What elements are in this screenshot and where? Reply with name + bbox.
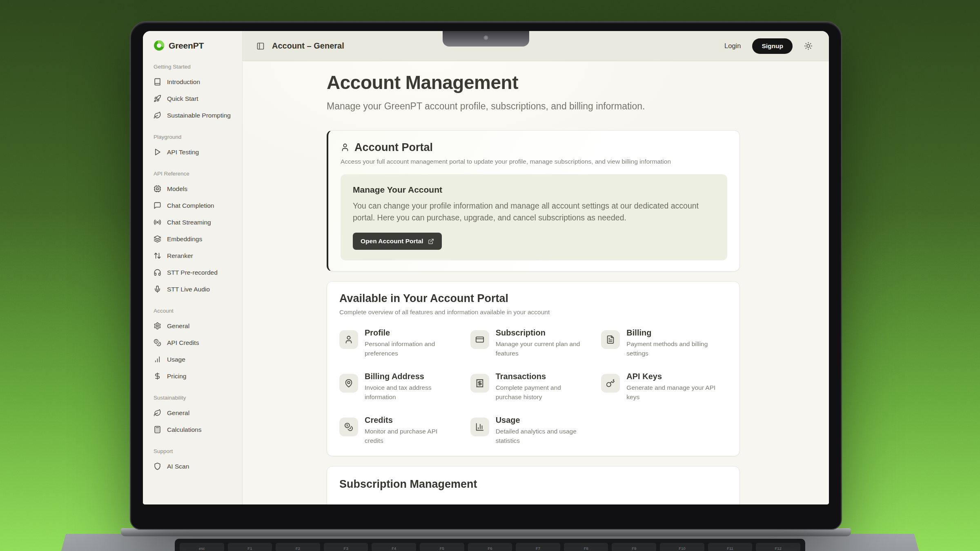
sidebar-item-ai-scan[interactable]: AI Scan (149, 458, 236, 475)
sidebar-item-label: AI Scan (167, 463, 189, 470)
receipt-icon (475, 379, 484, 388)
keyboard-key: F11 (708, 543, 753, 551)
map-pin-icon (344, 379, 353, 388)
laptop-keyboard: escF1F2F3F4F5F6F7F8F9F10F11F12 tabQWERTY… (175, 539, 805, 551)
sidebar-item-reranker[interactable]: Reranker (149, 247, 236, 264)
profile-icon-box (339, 330, 358, 349)
features-card-subtitle: Complete overview of all features and in… (339, 309, 727, 316)
sidebar-item-label: General (167, 322, 189, 330)
sidebar-item-label: API Testing (167, 149, 199, 156)
feature-description: Detailed analytics and usage statistics (496, 427, 588, 445)
brand-logo[interactable]: GreenPT (149, 38, 236, 53)
browser-viewport: GreenPT Getting Started Introduction Qui… (143, 31, 829, 504)
document-icon (606, 335, 615, 344)
sidebar-item-introduction[interactable]: Introduction (149, 73, 236, 90)
sidebar-section-getting-started: Getting Started Introduction Quick Start… (149, 64, 236, 124)
sidebar-item-label: Chat Completion (167, 202, 214, 209)
sidebar-item-label: STT Pre-recorded (167, 269, 218, 276)
account-portal-card: Account Portal Access your full account … (327, 130, 740, 272)
feature-description: Complete payment and purchase history (496, 383, 588, 402)
sidebar-toggle-icon[interactable] (256, 42, 265, 50)
open-account-portal-button[interactable]: Open Account Portal (353, 233, 442, 250)
subscription-icon-box (470, 330, 489, 349)
user-icon (341, 143, 350, 152)
main-column: Account – General Login Signup Account M… (243, 31, 829, 504)
sidebar-item-label: Chat Streaming (167, 219, 211, 226)
sidebar-section-api-reference: API Reference Models Chat Completion Cha… (149, 171, 236, 298)
sidebar-item-sustainable-prompting[interactable]: Sustainable Prompting (149, 107, 236, 124)
manage-account-body: You can change your profile information … (353, 200, 715, 224)
feature-title: API Keys (626, 372, 719, 381)
headphones-icon (154, 269, 161, 276)
feature-title: Credits (365, 415, 457, 425)
feature-description: Payment methods and billing settings (626, 340, 719, 358)
page-subtitle: Manage your GreenPT account profile, sub… (327, 101, 740, 112)
shield-icon (154, 462, 161, 470)
sidebar-item-label: API Credits (167, 339, 199, 347)
sidebar-item-chat-streaming[interactable]: Chat Streaming (149, 214, 236, 231)
leaf-icon (154, 409, 161, 417)
feature-title: Subscription (496, 328, 588, 338)
main-content: Account Management Manage your GreenPT a… (243, 61, 829, 504)
credits-icon-box (339, 418, 358, 436)
keyboard-key: F2 (276, 543, 320, 551)
keyboard-key: F10 (660, 543, 704, 551)
section-label: Getting Started (154, 64, 232, 70)
coins-icon (154, 339, 161, 347)
laptop-notch (443, 31, 529, 47)
feature-profile: Profile Personal information and prefere… (339, 328, 466, 358)
content-column: Account Management Manage your GreenPT a… (327, 61, 740, 504)
rocket-icon (154, 95, 161, 102)
webcam-icon (484, 36, 488, 40)
feature-title: Billing Address (365, 372, 457, 381)
sidebar-item-api-testing[interactable]: API Testing (149, 144, 236, 160)
greenpt-logo-icon (154, 40, 165, 51)
sidebar-item-stt-live-audio[interactable]: STT Live Audio (149, 281, 236, 298)
login-button[interactable]: Login (724, 42, 741, 50)
sidebar-item-calculations[interactable]: Calculations (149, 421, 236, 438)
keyboard-key: F3 (324, 543, 368, 551)
sidebar-item-account-general[interactable]: General (149, 318, 236, 334)
sidebar-item-chat-completion[interactable]: Chat Completion (149, 197, 236, 214)
sidebar: GreenPT Getting Started Introduction Qui… (143, 31, 243, 504)
keyboard-key: F7 (516, 543, 560, 551)
arrow-up-down-icon (154, 252, 161, 260)
keyboard-key: esc (180, 543, 224, 551)
microphone-icon (154, 285, 161, 293)
sidebar-item-embeddings[interactable]: Embeddings (149, 231, 236, 247)
sidebar-item-label: Calculations (167, 426, 201, 433)
manage-account-title: Manage Your Account (353, 185, 715, 195)
sidebar-item-label: Pricing (167, 373, 186, 380)
signup-button[interactable]: Signup (752, 38, 793, 54)
sidebar-item-usage[interactable]: Usage (149, 351, 236, 368)
page-breadcrumb-title: Account – General (272, 41, 344, 51)
keyboard-key: F4 (372, 543, 416, 551)
brand-name: GreenPT (169, 41, 204, 51)
sidebar-item-label: Sustainable Prompting (167, 112, 231, 119)
bar-chart-icon (154, 355, 161, 363)
sidebar-item-stt-pre-recorded[interactable]: STT Pre-recorded (149, 264, 236, 281)
feature-credits: Credits Monitor and purchase API credits (339, 415, 466, 445)
section-label: API Reference (154, 171, 232, 177)
sidebar-item-sustainability-general[interactable]: General (149, 404, 236, 421)
sidebar-item-pricing[interactable]: Pricing (149, 368, 236, 384)
sidebar-section-sustainability: Sustainability General Calculations (149, 395, 236, 438)
sidebar-item-label: Introduction (167, 78, 200, 86)
feature-description: Invoice and tax address information (365, 383, 457, 402)
screenshot-stage: escF1F2F3F4F5F6F7F8F9F10F11F12 tabQWERTY… (0, 0, 980, 551)
page-title: Account Management (327, 72, 740, 93)
sidebar-section-account: Account General API Credits Usage (149, 308, 236, 384)
sidebar-item-label: Embeddings (167, 236, 202, 243)
subscription-management-title: Subscription Management (339, 478, 727, 491)
feature-transactions: Transactions Complete payment and purcha… (470, 372, 597, 402)
topbar: Account – General Login Signup (243, 31, 829, 61)
sidebar-item-models[interactable]: Models (149, 180, 236, 197)
sidebar-item-label: Reranker (167, 252, 193, 260)
sidebar-item-api-credits[interactable]: API Credits (149, 334, 236, 351)
sidebar-item-quick-start[interactable]: Quick Start (149, 90, 236, 107)
sidebar-item-label: Quick Start (167, 95, 198, 102)
sidebar-item-label: STT Live Audio (167, 286, 210, 293)
external-link-icon (428, 238, 434, 244)
feature-description: Personal information and preferences (365, 340, 457, 358)
theme-toggle-sun-icon[interactable] (804, 42, 813, 50)
